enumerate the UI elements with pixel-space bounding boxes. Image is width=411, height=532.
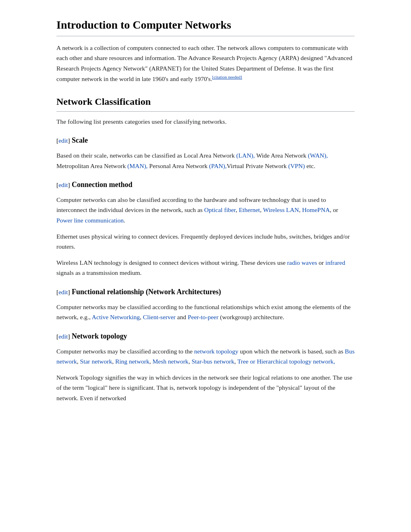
edit-connection-link[interactable]: edit [58, 181, 68, 188]
connection-paragraph-2: Ethernet uses physical wiring to connect… [56, 231, 355, 252]
homepna-link[interactable]: HomePNA [302, 206, 330, 213]
mesh-network-link[interactable]: Mesh network [153, 358, 189, 365]
subsection-connection-title: [edit] Connection method [56, 179, 355, 191]
lan-link[interactable]: (LAN), [236, 152, 255, 159]
section1-title: Network Classification [56, 94, 355, 111]
peer-to-peer-link[interactable]: Peer-to-peer [188, 314, 218, 320]
wireless-lan-link[interactable]: Wireless LAN [263, 206, 299, 213]
vpn-link[interactable]: (VPN) [288, 162, 305, 169]
edit-scale-link[interactable]: edit [58, 137, 68, 144]
edit-topology-link[interactable]: edit [58, 333, 68, 340]
power-line-link[interactable]: Power line communication [56, 217, 124, 224]
network-topology-link[interactable]: network topology [194, 348, 239, 355]
star-bus-network-link[interactable]: Star-bus network [191, 358, 234, 365]
subsection-scale-title: [edit] Scale [56, 135, 355, 146]
ring-network-link[interactable]: Ring network [115, 358, 149, 365]
optical-fiber-link[interactable]: Optical fiber [204, 206, 236, 213]
intro-text: A network is a collection of computers c… [56, 44, 352, 83]
connection-paragraph-3: Wireless LAN technology is designed to c… [56, 258, 355, 278]
subsection-topology-title: [edit] Network topology [56, 330, 355, 342]
man-link[interactable]: (MAN), [127, 162, 147, 169]
radio-waves-link[interactable]: radio waves [287, 259, 317, 266]
client-server-link[interactable]: Client-server [143, 314, 176, 320]
page-container: Introduction to Computer Networks A netw… [32, 0, 379, 425]
connection-paragraph-1: Computer networks can also be classified… [56, 195, 355, 226]
pan-link[interactable]: (PAN), [209, 162, 227, 169]
infrared-link[interactable]: infrared [326, 259, 345, 266]
ethernet-link[interactable]: Ethernet [239, 206, 260, 213]
scale-paragraph: Based on their scale, networks can be cl… [56, 150, 355, 171]
main-title: Introduction to Computer Networks [56, 16, 355, 36]
wan-link[interactable]: (WAN), [308, 152, 328, 159]
tree-network-link[interactable]: Tree or Hierarchical topology network, [237, 358, 335, 365]
topology-paragraph-2: Network Topology signifies the way in wh… [56, 372, 355, 403]
intro-paragraph: A network is a collection of computers c… [56, 43, 355, 84]
functional-paragraph: Computer networks may be classified acco… [56, 302, 355, 322]
section1-intro: The following list presents categories u… [56, 116, 355, 127]
active-networking-link[interactable]: Active Networking [92, 314, 140, 320]
edit-functional-link[interactable]: edit [58, 289, 68, 295]
topology-paragraph-1: Computer networks may be classified acco… [56, 346, 355, 367]
star-network-link[interactable]: Star network [80, 358, 112, 365]
subsection-functional-title: [edit] Functional relationship (Network … [56, 286, 355, 298]
citation-needed-link[interactable]: [citation needed] [212, 75, 242, 79]
